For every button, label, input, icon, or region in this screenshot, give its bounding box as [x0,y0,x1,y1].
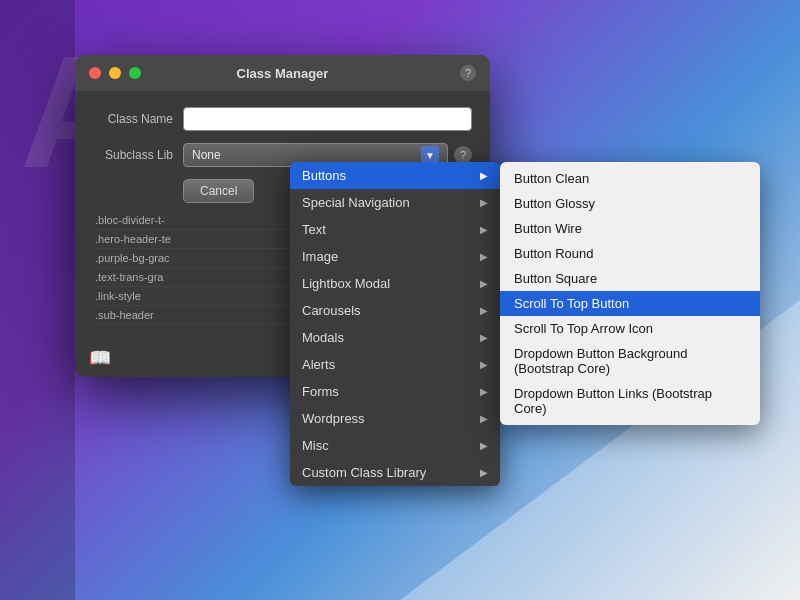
submenu-item-button-round[interactable]: Button Round [500,241,760,266]
submenu-arrow-icon: ▶ [480,224,488,235]
submenu-arrow-icon: ▶ [480,278,488,289]
menu-item-wordpress[interactable]: Wordpress ▶ [290,405,500,432]
submenu-item-dropdown-bg[interactable]: Dropdown Button Background (Bootstrap Co… [500,341,760,381]
menu-item-forms[interactable]: Forms ▶ [290,378,500,405]
submenu-arrow-icon: ▶ [480,305,488,316]
submenu-item-scroll-top-arrow[interactable]: Scroll To Top Arrow Icon [500,316,760,341]
close-button[interactable] [89,67,101,79]
buttons-submenu: Button Clean Button Glossy Button Wire B… [500,162,760,425]
submenu-arrow-icon: ▶ [480,197,488,208]
submenu-arrow-icon: ▶ [480,386,488,397]
submenu-arrow-icon: ▶ [480,359,488,370]
subclass-lib-label: Subclass Lib [93,148,173,162]
class-name-label: Class Name [93,112,173,126]
window-titlebar: Class Manager ? [75,55,490,91]
submenu-arrow-icon: ▶ [480,413,488,424]
submenu-arrow-icon: ▶ [480,332,488,343]
menu-item-image[interactable]: Image ▶ [290,243,500,270]
submenu-item-button-wire[interactable]: Button Wire [500,216,760,241]
menu-item-alerts[interactable]: Alerts ▶ [290,351,500,378]
window-title: Class Manager [237,66,329,81]
submenu-item-button-square[interactable]: Button Square [500,266,760,291]
menu-item-misc[interactable]: Misc ▶ [290,432,500,459]
menu-item-text[interactable]: Text ▶ [290,216,500,243]
submenu-item-button-glossy[interactable]: Button Glossy [500,191,760,216]
title-help-button[interactable]: ? [460,65,476,81]
class-name-input[interactable] [183,107,472,131]
submenu-item-button-clean[interactable]: Button Clean [500,166,760,191]
menu-item-buttons[interactable]: Buttons ▶ [290,162,500,189]
maximize-button[interactable] [129,67,141,79]
menu-item-custom-class-library[interactable]: Custom Class Library ▶ [290,459,500,486]
class-name-row: Class Name [93,107,472,131]
submenu-arrow-icon: ▶ [480,170,488,181]
cancel-button[interactable]: Cancel [183,179,254,203]
submenu-arrow-icon: ▶ [480,440,488,451]
menu-item-lightbox-modal[interactable]: Lightbox Modal ▶ [290,270,500,297]
background-sidebar [0,0,75,600]
menu-item-carousels[interactable]: Carousels ▶ [290,297,500,324]
menu-item-modals[interactable]: Modals ▶ [290,324,500,351]
subclass-dropdown-menu: Buttons ▶ Special Navigation ▶ Text ▶ Im… [290,162,500,486]
minimize-button[interactable] [109,67,121,79]
submenu-arrow-icon: ▶ [480,251,488,262]
submenu-item-dropdown-links[interactable]: Dropdown Button Links (Bootstrap Core) [500,381,760,421]
submenu-arrow-icon: ▶ [480,467,488,478]
submenu-item-scroll-top-button[interactable]: Scroll To Top Button [500,291,760,316]
book-icon[interactable]: 📖 [89,347,111,369]
menu-item-special-navigation[interactable]: Special Navigation ▶ [290,189,500,216]
